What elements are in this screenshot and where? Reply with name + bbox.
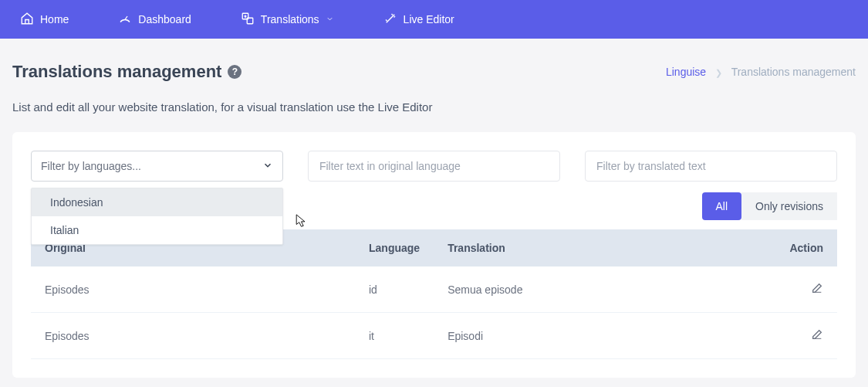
nav-home[interactable]: Home (9, 5, 79, 34)
page-subtitle: List and edit all your website translati… (12, 100, 856, 114)
breadcrumb: Linguise ❯ Translations management (666, 66, 856, 78)
breadcrumb-root[interactable]: Linguise (666, 66, 706, 78)
cell-action (775, 266, 837, 313)
translated-text-filter-input[interactable] (585, 151, 837, 182)
cell-action (775, 313, 837, 359)
th-action: Action (775, 229, 837, 266)
edit-icon[interactable] (811, 284, 823, 297)
edit-icon[interactable] (811, 331, 823, 343)
page-title: Translations management ? (12, 62, 241, 82)
table-row: Episodes id Semua episode (31, 266, 837, 313)
nav-dashboard[interactable]: Dashboard (107, 5, 202, 34)
chevron-down-icon (262, 160, 273, 173)
translate-icon (241, 12, 255, 28)
cell-translation: Semua episode (434, 266, 775, 313)
nav-translations[interactable]: Translations (230, 5, 345, 34)
language-filter-wrap: Filter by languages... Indonesian Italia… (31, 151, 283, 182)
original-text-filter-input[interactable] (308, 151, 560, 182)
nav-home-label: Home (40, 13, 69, 25)
nav-live-editor-label: Live Editor (404, 13, 454, 25)
filter-card: Filter by languages... Indonesian Italia… (12, 132, 856, 378)
nav-translations-label: Translations (261, 13, 319, 25)
nav-dashboard-label: Dashboard (138, 13, 191, 25)
cell-original: Episodes (31, 266, 355, 313)
page-header: Translations management ? Linguise ❯ Tra… (12, 62, 856, 82)
filters-row: Filter by languages... Indonesian Italia… (31, 151, 837, 182)
dropdown-item-indonesian[interactable]: Indonesian (32, 188, 282, 216)
help-icon[interactable]: ? (228, 65, 241, 79)
table-row: Episodes it Episodi (31, 313, 837, 359)
top-navigation: Home Dashboard Translations Live Editor (0, 0, 868, 39)
cell-translation: Episodi (434, 313, 775, 359)
toggle-all-button[interactable]: All (702, 192, 742, 220)
language-filter-select[interactable]: Filter by languages... (31, 151, 283, 182)
cell-language: it (355, 313, 434, 359)
home-icon (20, 12, 34, 28)
translations-table: Original Language Translation Action Epi… (31, 229, 837, 359)
language-filter-placeholder: Filter by languages... (41, 160, 141, 172)
chevron-down-icon (326, 13, 334, 25)
page-title-text: Translations management (12, 62, 221, 82)
cell-language: id (355, 266, 434, 313)
th-translation: Translation (434, 229, 775, 266)
th-language: Language (355, 229, 434, 266)
view-toggle-group: All Only revisions (702, 192, 837, 220)
page-body: Translations management ? Linguise ❯ Tra… (0, 39, 868, 378)
nav-live-editor[interactable]: Live Editor (373, 5, 465, 34)
language-dropdown: Indonesian Italian (31, 188, 283, 245)
chevron-right-icon: ❯ (715, 68, 722, 77)
dropdown-item-italian[interactable]: Italian (32, 216, 282, 244)
toggle-revisions-button[interactable]: Only revisions (741, 192, 837, 220)
gauge-icon (118, 12, 132, 28)
wand-icon (383, 12, 397, 28)
breadcrumb-current: Translations management (731, 66, 856, 78)
cell-original: Episodes (31, 313, 355, 359)
